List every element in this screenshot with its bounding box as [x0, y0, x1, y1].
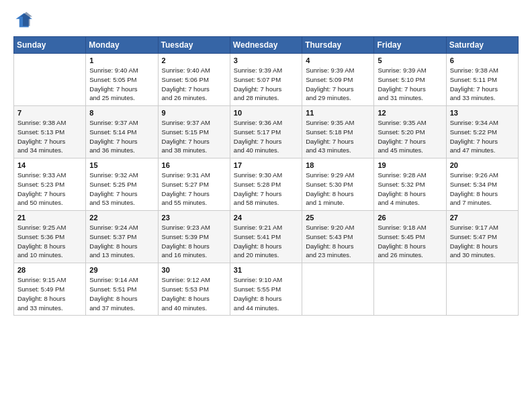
calendar-cell: 22Sunrise: 9:24 AM Sunset: 5:37 PM Dayli…	[86, 211, 158, 263]
calendar-cell: 27Sunrise: 9:17 AM Sunset: 5:47 PM Dayli…	[446, 211, 518, 263]
day-info: Sunrise: 9:14 AM Sunset: 5:51 PM Dayligh…	[89, 275, 154, 312]
calendar-cell: 23Sunrise: 9:23 AM Sunset: 5:39 PM Dayli…	[158, 211, 230, 263]
calendar-cell: 31Sunrise: 9:10 AM Sunset: 5:55 PM Dayli…	[230, 263, 302, 316]
calendar-header-sunday: Sunday	[14, 37, 86, 54]
calendar-header-saturday: Saturday	[446, 37, 518, 54]
day-info: Sunrise: 9:32 AM Sunset: 5:25 PM Dayligh…	[89, 171, 154, 208]
page: SundayMondayTuesdayWednesdayThursdayFrid…	[0, 0, 532, 411]
logo-icon	[13, 11, 32, 30]
calendar-cell: 8Sunrise: 9:37 AM Sunset: 5:14 PM Daylig…	[86, 106, 158, 158]
day-info: Sunrise: 9:39 AM Sunset: 5:07 PM Dayligh…	[234, 66, 298, 103]
day-info: Sunrise: 9:21 AM Sunset: 5:41 PM Dayligh…	[234, 223, 298, 260]
day-info: Sunrise: 9:23 AM Sunset: 5:39 PM Dayligh…	[162, 223, 226, 260]
day-info: Sunrise: 9:39 AM Sunset: 5:10 PM Dayligh…	[378, 66, 442, 103]
day-info: Sunrise: 9:34 AM Sunset: 5:22 PM Dayligh…	[450, 118, 515, 155]
day-number: 28	[17, 266, 82, 274]
day-info: Sunrise: 9:38 AM Sunset: 5:11 PM Dayligh…	[450, 66, 515, 103]
logo	[13, 11, 35, 30]
day-info: Sunrise: 9:15 AM Sunset: 5:49 PM Dayligh…	[17, 275, 82, 312]
day-number: 21	[17, 214, 82, 222]
day-info: Sunrise: 9:35 AM Sunset: 5:18 PM Dayligh…	[306, 118, 370, 155]
day-number: 19	[378, 161, 442, 169]
calendar-cell: 4Sunrise: 9:39 AM Sunset: 5:09 PM Daylig…	[302, 54, 374, 106]
day-info: Sunrise: 9:26 AM Sunset: 5:34 PM Dayligh…	[450, 171, 515, 208]
day-number: 8	[89, 109, 154, 117]
day-number: 17	[234, 161, 298, 169]
day-number: 5	[378, 56, 442, 64]
day-number: 24	[234, 214, 298, 222]
calendar-cell: 11Sunrise: 9:35 AM Sunset: 5:18 PM Dayli…	[302, 106, 374, 158]
calendar-week-row: 7Sunrise: 9:38 AM Sunset: 5:13 PM Daylig…	[14, 106, 519, 158]
calendar-cell: 1Sunrise: 9:40 AM Sunset: 5:05 PM Daylig…	[86, 54, 158, 106]
calendar-cell: 13Sunrise: 9:34 AM Sunset: 5:22 PM Dayli…	[446, 106, 518, 158]
calendar-cell	[446, 263, 518, 316]
day-info: Sunrise: 9:40 AM Sunset: 5:05 PM Dayligh…	[89, 66, 154, 103]
day-number: 27	[450, 214, 515, 222]
day-number: 26	[378, 214, 442, 222]
day-info: Sunrise: 9:31 AM Sunset: 5:27 PM Dayligh…	[162, 171, 226, 208]
day-info: Sunrise: 9:33 AM Sunset: 5:23 PM Dayligh…	[17, 171, 82, 208]
day-number: 1	[89, 56, 154, 64]
calendar-cell: 19Sunrise: 9:28 AM Sunset: 5:32 PM Dayli…	[374, 158, 446, 211]
calendar-cell	[302, 263, 374, 316]
day-info: Sunrise: 9:17 AM Sunset: 5:47 PM Dayligh…	[450, 223, 515, 260]
calendar-header-friday: Friday	[374, 37, 446, 54]
calendar-cell: 17Sunrise: 9:30 AM Sunset: 5:28 PM Dayli…	[230, 158, 302, 211]
calendar-cell: 30Sunrise: 9:12 AM Sunset: 5:53 PM Dayli…	[158, 263, 230, 316]
day-info: Sunrise: 9:30 AM Sunset: 5:28 PM Dayligh…	[234, 171, 298, 208]
calendar-cell: 10Sunrise: 9:36 AM Sunset: 5:17 PM Dayli…	[230, 106, 302, 158]
day-number: 16	[162, 161, 226, 169]
calendar-cell: 6Sunrise: 9:38 AM Sunset: 5:11 PM Daylig…	[446, 54, 518, 106]
day-number: 7	[17, 109, 82, 117]
day-number: 25	[306, 214, 370, 222]
calendar-week-row: 14Sunrise: 9:33 AM Sunset: 5:23 PM Dayli…	[14, 158, 519, 211]
day-info: Sunrise: 9:10 AM Sunset: 5:55 PM Dayligh…	[234, 275, 298, 312]
day-number: 2	[162, 56, 226, 64]
calendar-cell: 29Sunrise: 9:14 AM Sunset: 5:51 PM Dayli…	[86, 263, 158, 316]
day-info: Sunrise: 9:39 AM Sunset: 5:09 PM Dayligh…	[306, 66, 370, 103]
calendar-cell: 25Sunrise: 9:20 AM Sunset: 5:43 PM Dayli…	[302, 211, 374, 263]
day-info: Sunrise: 9:29 AM Sunset: 5:30 PM Dayligh…	[306, 171, 370, 208]
day-number: 11	[306, 109, 370, 117]
calendar-header-monday: Monday	[86, 37, 158, 54]
day-number: 20	[450, 161, 515, 169]
calendar-cell: 18Sunrise: 9:29 AM Sunset: 5:30 PM Dayli…	[302, 158, 374, 211]
calendar-cell: 14Sunrise: 9:33 AM Sunset: 5:23 PM Dayli…	[14, 158, 86, 211]
calendar-cell: 9Sunrise: 9:37 AM Sunset: 5:15 PM Daylig…	[158, 106, 230, 158]
calendar-cell: 24Sunrise: 9:21 AM Sunset: 5:41 PM Dayli…	[230, 211, 302, 263]
calendar-cell: 5Sunrise: 9:39 AM Sunset: 5:10 PM Daylig…	[374, 54, 446, 106]
calendar-cell	[374, 263, 446, 316]
calendar-table: SundayMondayTuesdayWednesdayThursdayFrid…	[13, 36, 519, 316]
calendar-header-row: SundayMondayTuesdayWednesdayThursdayFrid…	[14, 37, 519, 54]
calendar-cell: 3Sunrise: 9:39 AM Sunset: 5:07 PM Daylig…	[230, 54, 302, 106]
calendar-cell: 15Sunrise: 9:32 AM Sunset: 5:25 PM Dayli…	[86, 158, 158, 211]
day-info: Sunrise: 9:18 AM Sunset: 5:45 PM Dayligh…	[378, 223, 442, 260]
calendar-header-thursday: Thursday	[302, 37, 374, 54]
calendar-cell: 20Sunrise: 9:26 AM Sunset: 5:34 PM Dayli…	[446, 158, 518, 211]
calendar-header-tuesday: Tuesday	[158, 37, 230, 54]
day-info: Sunrise: 9:25 AM Sunset: 5:36 PM Dayligh…	[17, 223, 82, 260]
calendar-week-row: 28Sunrise: 9:15 AM Sunset: 5:49 PM Dayli…	[14, 263, 519, 316]
calendar-cell	[14, 54, 86, 106]
day-number: 18	[306, 161, 370, 169]
day-info: Sunrise: 9:40 AM Sunset: 5:06 PM Dayligh…	[162, 66, 226, 103]
calendar-cell: 21Sunrise: 9:25 AM Sunset: 5:36 PM Dayli…	[14, 211, 86, 263]
day-number: 30	[162, 266, 226, 274]
day-info: Sunrise: 9:38 AM Sunset: 5:13 PM Dayligh…	[17, 118, 82, 155]
calendar-cell: 16Sunrise: 9:31 AM Sunset: 5:27 PM Dayli…	[158, 158, 230, 211]
calendar-cell: 7Sunrise: 9:38 AM Sunset: 5:13 PM Daylig…	[14, 106, 86, 158]
calendar-cell: 12Sunrise: 9:35 AM Sunset: 5:20 PM Dayli…	[374, 106, 446, 158]
day-number: 6	[450, 56, 515, 64]
calendar-header-wednesday: Wednesday	[230, 37, 302, 54]
day-number: 10	[234, 109, 298, 117]
day-info: Sunrise: 9:35 AM Sunset: 5:20 PM Dayligh…	[378, 118, 442, 155]
day-number: 22	[89, 214, 154, 222]
day-number: 29	[89, 266, 154, 274]
day-info: Sunrise: 9:37 AM Sunset: 5:14 PM Dayligh…	[89, 118, 154, 155]
calendar-week-row: 1Sunrise: 9:40 AM Sunset: 5:05 PM Daylig…	[14, 54, 519, 106]
calendar-week-row: 21Sunrise: 9:25 AM Sunset: 5:36 PM Dayli…	[14, 211, 519, 263]
day-info: Sunrise: 9:12 AM Sunset: 5:53 PM Dayligh…	[162, 275, 226, 312]
calendar-body: 1Sunrise: 9:40 AM Sunset: 5:05 PM Daylig…	[14, 54, 519, 316]
day-info: Sunrise: 9:24 AM Sunset: 5:37 PM Dayligh…	[89, 223, 154, 260]
day-info: Sunrise: 9:20 AM Sunset: 5:43 PM Dayligh…	[306, 223, 370, 260]
